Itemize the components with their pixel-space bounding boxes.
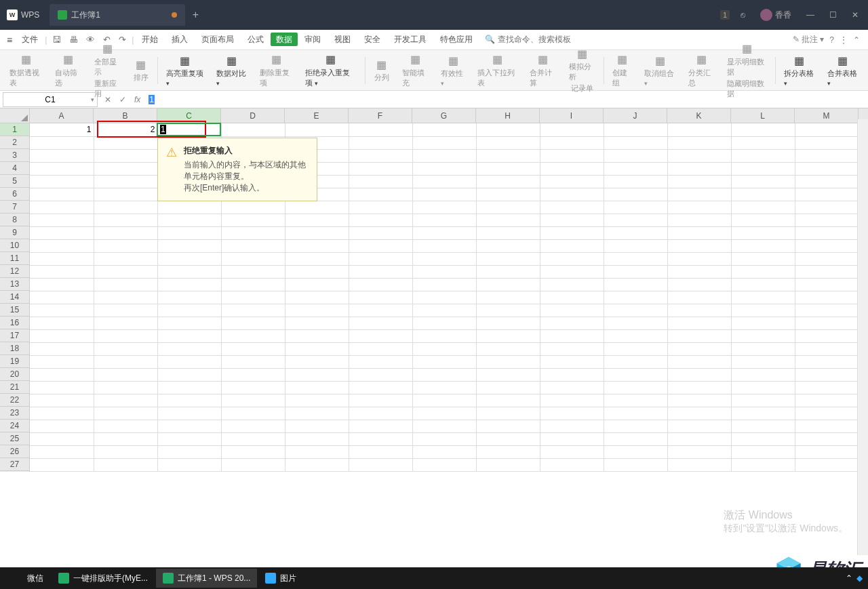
- cell-J2[interactable]: [604, 136, 667, 149]
- col-header-F[interactable]: F: [349, 108, 412, 123]
- cell-M15[interactable]: [795, 304, 859, 317]
- col-header-E[interactable]: E: [285, 108, 349, 123]
- cell-D10[interactable]: [221, 239, 285, 252]
- cell-H24[interactable]: [476, 420, 540, 432]
- cell-L1[interactable]: [731, 123, 795, 136]
- cell-C25[interactable]: [157, 432, 221, 445]
- skin-icon[interactable]: ⎋: [736, 7, 749, 22]
- cell-J27[interactable]: [604, 458, 667, 471]
- annotation-button[interactable]: ✎ 批注 ▾: [793, 34, 825, 45]
- cell-D11[interactable]: [221, 252, 285, 265]
- cell-B18[interactable]: [94, 342, 157, 355]
- cell-F23[interactable]: [349, 407, 412, 420]
- cell-L13[interactable]: [731, 278, 795, 291]
- cell-C19[interactable]: [157, 355, 221, 368]
- cell-A12[interactable]: [30, 265, 94, 278]
- cell-I16[interactable]: [540, 317, 604, 329]
- cell-E24[interactable]: [285, 420, 349, 432]
- cell-I12[interactable]: [540, 265, 604, 278]
- cell-I14[interactable]: [540, 291, 604, 304]
- cell-A22[interactable]: [30, 394, 94, 407]
- cell-E9[interactable]: [285, 226, 349, 239]
- cell-J13[interactable]: [604, 278, 667, 291]
- cell-B27[interactable]: [94, 458, 157, 471]
- cell-D12[interactable]: [221, 265, 285, 278]
- cell-F14[interactable]: [349, 291, 412, 304]
- cell-M27[interactable]: [795, 458, 859, 471]
- cell-H11[interactable]: [476, 252, 540, 265]
- cell-K4[interactable]: [667, 162, 731, 175]
- row-header-15[interactable]: 15: [0, 304, 29, 317]
- cell-C21[interactable]: [157, 381, 221, 394]
- cell-E21[interactable]: [285, 381, 349, 394]
- cell-D22[interactable]: [221, 394, 285, 407]
- cell-K6[interactable]: [667, 188, 731, 201]
- cell-B6[interactable]: [94, 188, 157, 201]
- cell-H19[interactable]: [476, 355, 540, 368]
- cell-E16[interactable]: [285, 317, 349, 329]
- col-header-M[interactable]: M: [795, 108, 859, 123]
- cell-M1[interactable]: [795, 123, 859, 136]
- cell-F8[interactable]: [349, 214, 412, 226]
- tray-cube-icon[interactable]: ◆: [856, 573, 863, 583]
- cell-A19[interactable]: [30, 355, 94, 368]
- cell-L20[interactable]: [731, 368, 795, 381]
- cell-A1[interactable]: 1: [30, 123, 94, 136]
- cell-B15[interactable]: [94, 304, 157, 317]
- cell-F24[interactable]: [349, 420, 412, 432]
- cell-D15[interactable]: [221, 304, 285, 317]
- cell-J24[interactable]: [604, 420, 667, 432]
- cell-H1[interactable]: [476, 123, 540, 136]
- cell-E13[interactable]: [285, 278, 349, 291]
- cell-G9[interactable]: [412, 226, 476, 239]
- cell-C7[interactable]: [157, 201, 221, 214]
- cell-C23[interactable]: [157, 407, 221, 420]
- cell-K22[interactable]: [667, 394, 731, 407]
- cell-E23[interactable]: [285, 407, 349, 420]
- cell-D17[interactable]: [221, 329, 285, 342]
- cell-I20[interactable]: [540, 368, 604, 381]
- cell-G6[interactable]: [412, 188, 476, 201]
- col-header-G[interactable]: G: [412, 108, 476, 123]
- cell-F9[interactable]: [349, 226, 412, 239]
- cell-F5[interactable]: [349, 175, 412, 188]
- cell-E18[interactable]: [285, 342, 349, 355]
- cell-B19[interactable]: [94, 355, 157, 368]
- row-header-27[interactable]: 27: [0, 458, 29, 471]
- cell-C11[interactable]: [157, 252, 221, 265]
- cell-A27[interactable]: [30, 458, 94, 471]
- cell-G1[interactable]: [412, 123, 476, 136]
- row-header-20[interactable]: 20: [0, 368, 29, 381]
- cell-K11[interactable]: [667, 252, 731, 265]
- cell-I21[interactable]: [540, 381, 604, 394]
- cell-H4[interactable]: [476, 162, 540, 175]
- row-header-16[interactable]: 16: [0, 317, 29, 329]
- cell-A18[interactable]: [30, 342, 94, 355]
- cell-M22[interactable]: [795, 394, 859, 407]
- col-header-A[interactable]: A: [30, 108, 94, 123]
- cell-F7[interactable]: [349, 201, 412, 214]
- cell-J19[interactable]: [604, 355, 667, 368]
- cell-B23[interactable]: [94, 407, 157, 420]
- cell-M25[interactable]: [795, 432, 859, 445]
- cell-J22[interactable]: [604, 394, 667, 407]
- cell-F20[interactable]: [349, 368, 412, 381]
- cell-L14[interactable]: [731, 291, 795, 304]
- close-button[interactable]: ✕: [848, 7, 863, 22]
- row-header-1[interactable]: 1: [0, 123, 29, 136]
- col-header-H[interactable]: H: [476, 108, 540, 123]
- cell-K19[interactable]: [667, 355, 731, 368]
- cell-C24[interactable]: [157, 420, 221, 432]
- cell-M16[interactable]: [795, 317, 859, 329]
- name-box[interactable]: C1: [3, 92, 98, 107]
- cell-J17[interactable]: [604, 329, 667, 342]
- cell-J7[interactable]: [604, 201, 667, 214]
- cell-A10[interactable]: [30, 239, 94, 252]
- cell-G5[interactable]: [412, 175, 476, 188]
- cell-C22[interactable]: [157, 394, 221, 407]
- row-header-18[interactable]: 18: [0, 342, 29, 355]
- cell-M3[interactable]: [795, 149, 859, 162]
- more-icon[interactable]: ⋮: [840, 35, 848, 45]
- cell-H2[interactable]: [476, 136, 540, 149]
- cell-I9[interactable]: [540, 226, 604, 239]
